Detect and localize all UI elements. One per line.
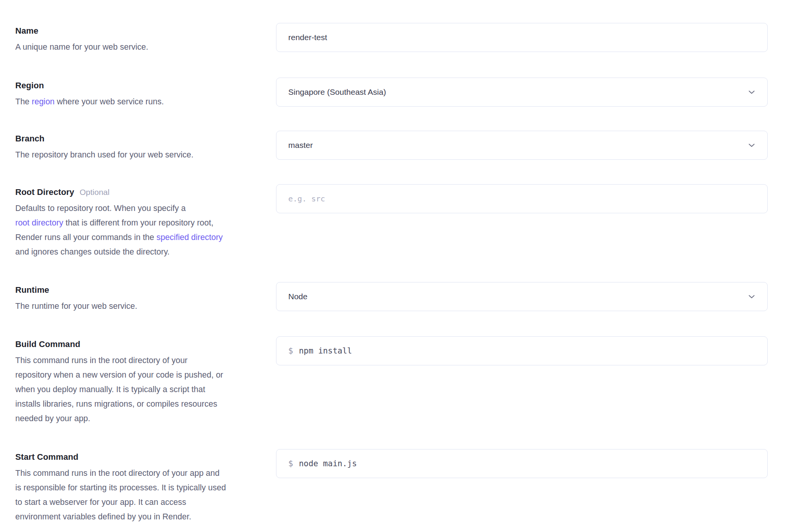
- name-field-label: Name: [15, 25, 38, 37]
- branch-select-value: master: [288, 141, 313, 150]
- description-text: The runtime for your web service.: [15, 302, 137, 311]
- description-text: and ignores changes outside the director…: [15, 247, 170, 256]
- description-text: environment variables defined by you in …: [15, 512, 191, 521]
- start-command-field-label: Start Command: [15, 451, 78, 463]
- command-prompt-symbol: $: [288, 459, 293, 468]
- chevron-down-icon: [747, 140, 757, 150]
- start-command-input[interactable]: $ node main.js: [276, 449, 768, 478]
- start-command-field-info: Start Command This command runs in the r…: [15, 451, 268, 524]
- region-select[interactable]: Singapore (Southeast Asia): [276, 78, 768, 107]
- name-field-info: Name A unique name for your web service.: [15, 25, 268, 54]
- description-text: when you deploy manually. It is typicall…: [15, 385, 205, 394]
- description-text: that is different from your repository r…: [63, 218, 213, 227]
- optional-badge: Optional: [80, 188, 109, 197]
- root-directory-input[interactable]: [276, 184, 768, 213]
- root-directory-field-info: Root Directory Optional Defaults to repo…: [15, 187, 268, 259]
- branch-field-info: Branch The repository branch used for yo…: [15, 133, 268, 162]
- build-command-field-info: Build Command This command runs in the r…: [15, 339, 268, 426]
- description-text: This command runs in the root directory …: [15, 469, 219, 478]
- runtime-select[interactable]: Node: [276, 282, 768, 311]
- region-field-label: Region: [15, 80, 44, 91]
- description-text: installs libraries, runs migrations, or …: [15, 399, 217, 409]
- build-command-value: npm install: [299, 346, 352, 355]
- chevron-down-icon: [747, 292, 757, 302]
- build-command-field-description: This command runs in the root directory …: [15, 353, 268, 426]
- description-text: The repository branch used for your web …: [15, 150, 193, 159]
- branch-select[interactable]: master: [276, 131, 768, 160]
- root-directory-field-label: Root Directory: [15, 187, 74, 198]
- description-text: Defaults to repository root. When you sp…: [15, 204, 186, 213]
- description-text: repository when a new version of your co…: [15, 370, 223, 380]
- inline-link[interactable]: specified directory: [156, 233, 223, 242]
- runtime-select-value: Node: [288, 292, 307, 301]
- description-text: where your web service runs.: [55, 97, 164, 106]
- description-text: This command runs in the root directory …: [15, 356, 188, 365]
- description-text: is responsible for starting its processe…: [15, 483, 226, 492]
- description-text: A unique name for your web service.: [15, 42, 148, 52]
- root-directory-field-description: Defaults to repository root. When you sp…: [15, 201, 268, 259]
- build-command-field-label: Build Command: [15, 339, 80, 350]
- region-field-info: Region The region where your web service…: [15, 80, 268, 109]
- name-input[interactable]: [276, 23, 768, 52]
- runtime-field-info: Runtime The runtime for your web service…: [15, 284, 268, 313]
- description-text: needed by your app.: [15, 414, 90, 423]
- start-command-field-description: This command runs in the root directory …: [15, 466, 268, 524]
- branch-field-label: Branch: [15, 133, 44, 144]
- start-command-value: node main.js: [299, 459, 357, 468]
- region-select-value: Singapore (Southeast Asia): [288, 88, 386, 97]
- description-text: to start a webserver for your app. It ca…: [15, 498, 186, 507]
- description-text: The: [15, 97, 32, 106]
- inline-link[interactable]: region: [32, 97, 55, 106]
- runtime-field-description: The runtime for your web service.: [15, 299, 268, 313]
- region-field-description: The region where your web service runs.: [15, 94, 268, 109]
- name-field-description: A unique name for your web service.: [15, 40, 268, 54]
- runtime-field-label: Runtime: [15, 284, 49, 296]
- branch-field-description: The repository branch used for your web …: [15, 148, 268, 162]
- inline-link[interactable]: root directory: [15, 218, 63, 227]
- command-prompt-symbol: $: [288, 346, 293, 355]
- description-text: Render runs all your commands in the: [15, 233, 156, 242]
- chevron-down-icon: [747, 87, 757, 97]
- build-command-input[interactable]: $ npm install: [276, 336, 768, 365]
